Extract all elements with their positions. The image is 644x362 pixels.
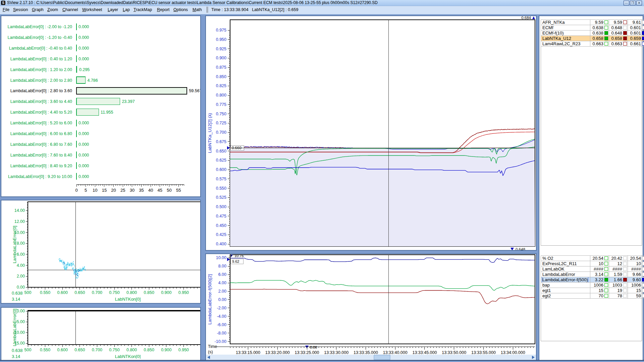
menu-zoom[interactable]: Zoom [47,7,58,12]
menu-report[interactable]: Report [157,7,170,12]
menu-graph[interactable]: Graph [32,7,44,12]
time-tick-label: 13:33:40.000 [383,350,408,355]
table-row[interactable]: egt1151915 [541,288,644,293]
histogram-bar[interactable] [76,87,187,94]
table-row[interactable]: AFR_NTKa9.599.599.61 [541,20,644,25]
table-row[interactable]: ExPressL2C_R11101210 [541,261,644,266]
table-row[interactable]: egt2707859 [541,293,644,299]
menu-math[interactable]: Math [193,7,202,12]
trace-color-swatch [623,37,627,40]
bottom-y-tick: -4.00 [217,314,227,319]
histogram-bin-label: LambdaLabError[0] : -0.40 to 0.40 [9,46,72,51]
histogram-bar[interactable] [76,98,120,105]
main-y-tick: 0.525 [216,195,226,200]
table-row[interactable]: ECMf-f(10)0.6380.6480.601 [541,31,644,36]
bottom-y-tick: 6.00 [218,272,226,277]
x-tick-label: 0.800 [126,290,137,295]
bottom-y-tick: -6.00 [217,322,227,327]
trace-color-swatch [604,26,608,29]
histogram-bin-label: LambdaLabError[0] : 1.20 to 2.00 [10,67,72,72]
histogram-axis-tick: 25 [120,188,125,193]
trace-color-swatch [623,262,627,265]
scatter-panel-top[interactable]: 0.002.004.006.008.0010.0012.0014.005000.… [1,200,201,304]
menu-channel[interactable]: Channel [62,7,78,12]
channel-value: #### [631,266,641,272]
time-scrollbar[interactable] [206,355,536,360]
histogram-bar[interactable] [76,109,99,116]
x-axis-title: LabNTKon[0] [115,354,141,359]
channel-value: 9.59 [614,20,622,25]
histogram-axis-tick: 20 [111,188,116,193]
channel-value: 9.61 [633,20,641,25]
menu-options[interactable]: Options [173,7,188,12]
status-channel: LabNTKa_U12[2] : 0.659 [252,7,298,12]
table-row[interactable]: LambdaLabError-f(500)3.221.669.60 [541,277,644,283]
menu-layer[interactable]: Layer [108,7,118,12]
histogram-axis-tick: 10 [93,188,97,193]
histogram-bar[interactable] [76,77,85,83]
menu-lap[interactable]: Lap [123,7,130,12]
histogram-bin-label: LambdaLabError[0] : 2.80 to 3.60 [10,88,72,93]
table-row[interactable]: LabNTKa_U120.6580.6580.659 [541,36,644,41]
main-y-tick: 0.900 [216,56,226,60]
trace-color-swatch [642,289,644,292]
trace-color-swatch [604,42,608,46]
channel-value: 20.54 [630,256,641,261]
channel-value: 19 [618,288,622,293]
trace-color-swatch [623,289,627,292]
y-axis-title: LambdaLabError[0] [12,309,17,346]
main-y-axis-title: LabNTKa_U12[2] (λ) [207,113,212,153]
bottom-chart-panel[interactable]: 10.008.006.004.002.000.00-2.00-4.00-6.00… [205,253,537,361]
channel-value: #### [612,266,622,272]
histogram-bin-label: LambdaLabError[0] : -2.00 to -1.20 [8,24,72,29]
histogram-bin-value: 23.397 [122,99,135,104]
status-time: Time : 13:33:38.904 [211,7,249,12]
time-tick-label: 13:34:00.000 [501,350,525,355]
channel-name: ECMf-f(10) [542,31,564,36]
main-y-tick: 0.975 [216,28,226,33]
scatter-panel-bottom[interactable]: 0.00-5.00-10.00-15.005000.5500.6000.6500… [1,307,201,361]
channel-value: 59 [636,293,641,298]
table-row[interactable]: % O220.5420.4220.54 [541,256,644,261]
trace-color-swatch [642,273,644,276]
main-y-tick: 0.500 [216,204,226,209]
trace-color-swatch [623,42,627,46]
trace-color-swatch [604,283,608,287]
scatter-bottom-chart: 0.00-5.00-10.00-15.005000.5500.6000.6500… [1,308,200,359]
channel-value: 0.601 [630,31,641,36]
y-tick-label: 0.00 [17,285,25,290]
trace-color-swatch [604,278,608,282]
scrollbar-thumb[interactable] [374,355,390,360]
channel-name: egt2 [542,293,551,298]
app-icon: S [1,1,5,5]
histogram-axis-tick: 30 [130,188,135,193]
min-value-label: 0.648 [516,247,525,250]
menu-file[interactable]: File [3,7,9,12]
window-bottom-edge [0,360,644,361]
minimize-button[interactable]: — [624,1,629,5]
channel-name: LabNTKa_U12 [542,36,571,41]
close-button[interactable]: ✕ [636,1,642,5]
menu-bar: Time : 13:33:38.904 LabNTKa_U12[2] : 0.6… [0,6,644,14]
menu-session[interactable]: Session [13,7,28,12]
trace-color-swatch [623,267,627,271]
main-chart-panel[interactable]: 0.4000.4250.4500.4750.5000.5250.5500.575… [205,15,537,251]
table-row[interactable]: LambdaLabError3.141.599.66 [541,272,644,277]
channel-value: 20.42 [611,256,622,261]
table-row[interactable]: ECMf0.6380.6480.601 [541,25,644,31]
histogram-panel[interactable]: LambdaLabError[0] : -2.00 to -1.200.000L… [1,15,201,197]
x-tick-label: 0.550 [40,348,50,352]
menu-trackmap[interactable]: TrackMap [133,7,152,12]
table-row[interactable]: LamLabOK############ [541,266,644,272]
table-row[interactable]: bap100610031006 [541,283,644,288]
histogram-bin-label: LambdaLabError[0] : 5.20 to 6.00 [10,121,72,125]
table-row[interactable]: Lam4RawL2C_R230.6630.6630.661 [541,41,644,47]
trace-color-swatch [604,256,608,260]
x-tick-label: 0.950 [178,290,189,295]
menu-worksheet[interactable]: Worksheet [82,7,102,12]
restore-button[interactable]: ❐ [630,1,636,5]
histogram-bin-label: LambdaLabError[0] : 7.60 to 8.40 [10,153,72,158]
main-y-tick: 0.475 [216,214,226,219]
channel-value: 1006 [631,283,641,288]
histogram-bin-label: LambdaLabError[0] : 4.40 to 5.20 [10,110,72,115]
